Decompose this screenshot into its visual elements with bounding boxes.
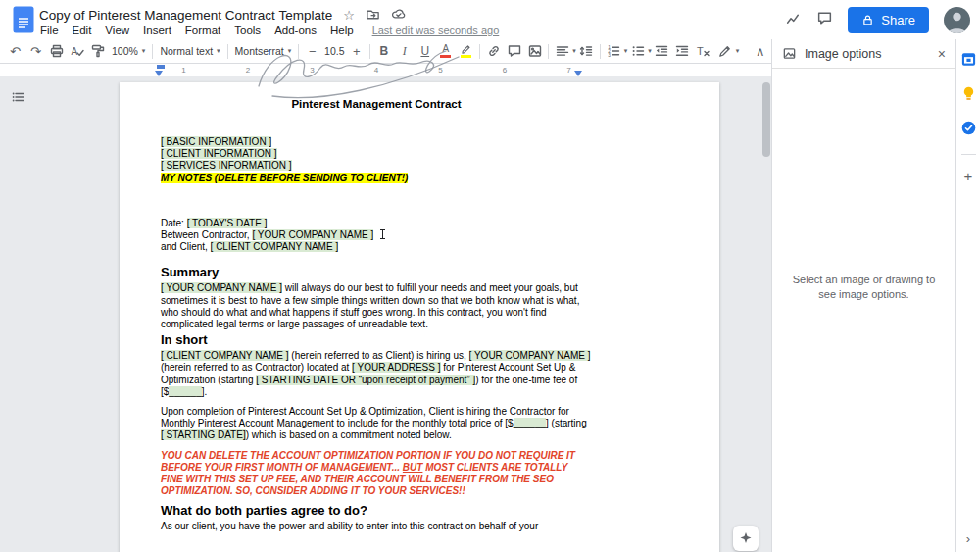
doc-paragraph[interactable]: Between Contractor, [ YOUR COMPANY NAME … xyxy=(161,229,592,241)
italic-button[interactable]: I xyxy=(394,41,415,62)
doc-heading[interactable]: In short xyxy=(161,332,592,347)
activity-dashboard-icon[interactable] xyxy=(785,10,802,30)
bold-button[interactable]: B xyxy=(373,41,394,62)
insert-image-button[interactable] xyxy=(524,41,545,62)
document-page[interactable]: Pinterest Management Contract[ BASIC INF… xyxy=(120,82,719,552)
menu-file[interactable]: File xyxy=(33,24,66,37)
decrease-font-size-button[interactable]: − xyxy=(302,41,322,62)
image-options-panel: Image options × Select an image or drawi… xyxy=(771,39,956,552)
calendar-icon[interactable] xyxy=(960,51,977,72)
doc-paragraph[interactable]: Upon completion of Pinterest Account Set… xyxy=(161,406,592,442)
rail-divider xyxy=(961,154,976,155)
menu-addons[interactable]: Add-ons xyxy=(268,24,323,37)
document-content: Pinterest Management Contract[ BASIC INF… xyxy=(161,98,592,533)
svg-text:T: T xyxy=(697,45,704,57)
collapse-toolbar-button[interactable]: ∧ xyxy=(750,41,770,62)
first-line-indent-marker[interactable] xyxy=(157,65,165,69)
text-run: In short xyxy=(161,332,208,347)
add-comment-button[interactable] xyxy=(504,41,524,62)
open-comments-icon[interactable] xyxy=(816,10,833,30)
move-folder-icon[interactable] xyxy=(366,7,380,24)
spellcheck-button[interactable]: A xyxy=(67,41,87,62)
text-run: [ YOUR COMPANY NAME ] xyxy=(469,350,591,361)
menu-format[interactable]: Format xyxy=(178,24,227,37)
redo-button[interactable]: ↷ xyxy=(25,41,46,62)
text-run: BUT xyxy=(403,462,423,473)
doc-heading[interactable]: Summary xyxy=(161,265,592,279)
get-addons-icon[interactable]: + xyxy=(964,169,973,183)
editing-mode-button[interactable]: ▾ xyxy=(713,41,744,62)
font-family-select[interactable]: Montserrat▾ xyxy=(231,41,296,62)
right-indent-marker[interactable] xyxy=(574,71,582,76)
line-spacing-button[interactable] xyxy=(576,41,597,62)
doc-paragraph[interactable]: [ BASIC INFORMATION ] xyxy=(161,136,592,148)
doc-paragraph[interactable]: MY NOTES (DELETE BEFORE SENDING TO CLIEN… xyxy=(161,173,592,184)
text-run: As our client, you have the power and ab… xyxy=(161,521,538,531)
ruler-number: 4 xyxy=(374,66,378,75)
show-outline-button[interactable] xyxy=(8,86,29,108)
paragraph-styles-select[interactable]: Normal text▾ xyxy=(156,41,223,62)
last-edit-link[interactable]: Last edit was seconds ago xyxy=(372,25,500,36)
paint-format-button[interactable] xyxy=(87,41,108,62)
clear-formatting-button[interactable]: T xyxy=(693,41,713,62)
top-bar: Copy of Pinterest Management Contract Te… xyxy=(0,0,980,39)
text-run: ) which is based on a commitment noted b… xyxy=(246,429,452,440)
text-run: ______ xyxy=(169,386,201,397)
doc-paragraph[interactable]: [ SERVICES INFORMATION ] xyxy=(161,160,592,172)
doc-paragraph[interactable]: [ CLIENT INFORMATION ] xyxy=(161,148,592,160)
zoom-select[interactable]: 100%▾ xyxy=(108,41,149,62)
doc-heading[interactable]: What do both parties agree to do? xyxy=(161,503,592,518)
ruler-number: 5 xyxy=(438,66,442,75)
doc-paragraph[interactable]: YOU CAN DELETE THE ACCOUNT OPTIMIZATION … xyxy=(161,450,592,498)
text-run: [ TODAY'S DATE ] xyxy=(187,218,268,228)
menu-insert[interactable]: Insert xyxy=(136,24,178,37)
font-size-value[interactable]: 10.5 xyxy=(322,45,346,57)
document-status-cloud-icon[interactable] xyxy=(391,7,406,24)
menu-view[interactable]: View xyxy=(98,24,136,37)
toolbar-divider xyxy=(298,44,299,59)
toolbar-divider xyxy=(600,44,601,59)
numbered-list-button[interactable]: 123 xyxy=(604,41,624,62)
explore-button[interactable] xyxy=(733,526,759,551)
star-icon[interactable]: ☆ xyxy=(343,9,355,22)
tasks-icon[interactable] xyxy=(960,120,977,140)
doc-paragraph[interactable]: and Client, [ CLIENT COMPANY NAME ] xyxy=(161,241,592,253)
underline-button[interactable]: U xyxy=(415,41,435,62)
decrease-indent-button[interactable] xyxy=(652,41,672,62)
text-run: [ STARTING DATE] xyxy=(161,429,246,440)
ruler-number: 3 xyxy=(310,66,314,75)
text-run: Upon completion of Pinterest Account Set… xyxy=(161,406,569,428)
hide-side-panel-icon[interactable]: › xyxy=(956,531,980,546)
document-title[interactable]: Copy of Pinterest Management Contract Te… xyxy=(39,8,332,23)
increase-font-size-button[interactable]: + xyxy=(346,41,367,62)
spacer xyxy=(161,253,592,265)
undo-button[interactable]: ↶ xyxy=(5,41,25,62)
account-avatar[interactable] xyxy=(944,7,970,33)
keep-icon[interactable] xyxy=(960,85,977,106)
doc-paragraph[interactable]: [ YOUR COMPANY NAME ] will always do our… xyxy=(161,282,592,330)
left-indent-marker[interactable] xyxy=(155,71,163,76)
doc-title[interactable]: Pinterest Management Contract xyxy=(161,98,592,111)
doc-paragraph[interactable]: Date: [ TODAY'S DATE ] xyxy=(161,218,592,229)
increase-indent-button[interactable] xyxy=(672,41,693,62)
vertical-scrollbar-thumb[interactable] xyxy=(762,82,770,157)
align-button[interactable] xyxy=(552,41,572,62)
text-color-button[interactable]: A xyxy=(435,41,456,62)
bulleted-list-button[interactable] xyxy=(627,41,648,62)
chevron-down-icon: ▾ xyxy=(736,47,740,55)
doc-paragraph[interactable]: [ CLIENT COMPANY NAME ] (herein referred… xyxy=(161,350,592,398)
insert-link-button[interactable] xyxy=(483,41,504,62)
close-icon[interactable]: × xyxy=(938,47,946,61)
text-run: (herein referred to as Client) is hiring… xyxy=(289,350,469,361)
panel-empty-message: Select an image or drawing to see image … xyxy=(788,273,940,302)
docs-logo-icon[interactable] xyxy=(13,6,34,37)
share-button[interactable]: Share xyxy=(848,7,929,33)
menu-help[interactable]: Help xyxy=(323,24,361,37)
menu-tools[interactable]: Tools xyxy=(227,24,268,37)
highlight-color-button[interactable] xyxy=(456,41,476,62)
text-run: [ YOUR COMPANY NAME ] xyxy=(161,282,282,293)
menu-edit[interactable]: Edit xyxy=(66,24,99,37)
doc-paragraph[interactable]: As our client, you have the power and ab… xyxy=(161,521,592,532)
toolbar-divider xyxy=(479,44,480,59)
print-button[interactable] xyxy=(46,41,67,62)
